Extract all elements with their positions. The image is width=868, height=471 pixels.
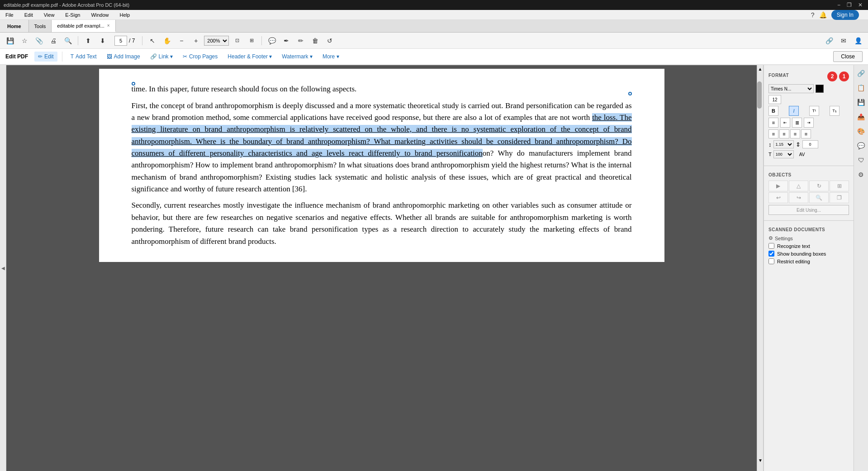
link-button[interactable]: 🔗 Link ▾ bbox=[147, 52, 176, 62]
edit-button[interactable]: ✏ Edit bbox=[34, 52, 57, 62]
delete-button[interactable]: 🗑 bbox=[309, 35, 322, 47]
restrict-editing-checkbox[interactable] bbox=[768, 258, 774, 264]
color-swatch[interactable] bbox=[816, 85, 824, 93]
right-icon-4[interactable]: 📤 bbox=[856, 111, 867, 122]
menu-file[interactable]: File bbox=[4, 11, 15, 19]
bullet-list-button[interactable]: ≡ bbox=[768, 118, 778, 128]
text-style-grid: B I T¹ T₁ bbox=[768, 106, 849, 116]
para-spacing-input[interactable] bbox=[802, 140, 818, 148]
restore-button[interactable]: ❐ bbox=[845, 2, 854, 8]
right-panel: FORMAT 2 1 Times N... B I bbox=[763, 65, 854, 471]
next-page-button[interactable]: ⬇ bbox=[96, 35, 109, 47]
right-icon-8[interactable]: ⚙ bbox=[856, 169, 867, 180]
show-bounding-boxes-label[interactable]: Show bounding boxes bbox=[777, 251, 826, 257]
align-left-button[interactable]: ≡ bbox=[768, 129, 778, 138]
menu-edit[interactable]: Edit bbox=[23, 11, 35, 19]
right-icon-7[interactable]: 🛡 bbox=[856, 155, 867, 166]
page-number-input[interactable] bbox=[114, 36, 127, 46]
scale-select[interactable]: 100 50 200 bbox=[773, 150, 794, 158]
selection-handle-br[interactable] bbox=[628, 92, 632, 95]
tab-active-file[interactable]: editable pdf exampl... × bbox=[52, 20, 115, 32]
indent-decrease-button[interactable]: ⇤ bbox=[780, 118, 790, 128]
line-spacing-select[interactable]: 1.15 1.0 1.5 2.0 bbox=[773, 140, 794, 148]
numbered-list-button[interactable]: ≣ bbox=[792, 118, 802, 128]
font-size-input[interactable] bbox=[768, 95, 781, 104]
menu-help[interactable]: Help bbox=[118, 11, 132, 19]
align-right-button[interactable]: ≡ bbox=[790, 129, 800, 138]
zoom-select[interactable]: 200% 150% 100% 75% bbox=[204, 36, 229, 46]
print-button[interactable]: 🖨 bbox=[47, 35, 60, 47]
selection-handle-tl[interactable] bbox=[132, 82, 135, 86]
right-icon-5[interactable]: 🎨 bbox=[856, 126, 867, 137]
scroll-up-button[interactable]: ▲ bbox=[757, 65, 763, 72]
highlight-button[interactable]: ✏ bbox=[294, 35, 307, 47]
scroll-bar[interactable]: ▲ ▼ bbox=[757, 65, 763, 471]
settings-button[interactable]: ⚙ Settings bbox=[768, 235, 849, 241]
edit-using-button[interactable]: Edit Using... bbox=[768, 205, 849, 215]
comment-button[interactable]: 💬 bbox=[266, 35, 278, 47]
divider-1 bbox=[764, 166, 854, 166]
separator-3 bbox=[261, 36, 262, 45]
bookmark-button[interactable]: ☆ bbox=[18, 35, 31, 47]
align-justify-button[interactable]: ≡ bbox=[801, 129, 811, 138]
menu-window[interactable]: Window bbox=[89, 11, 110, 19]
right-icon-2[interactable]: 📋 bbox=[856, 82, 867, 93]
superscript-button[interactable]: T¹ bbox=[809, 106, 819, 116]
align-center-button[interactable]: ≡ bbox=[779, 129, 789, 138]
font-name-select[interactable]: Times N... bbox=[768, 84, 814, 93]
header-footer-button[interactable]: Header & Footer ▾ bbox=[224, 52, 275, 62]
right-icon-3[interactable]: 💾 bbox=[856, 97, 867, 108]
notification-icon[interactable]: 🔔 bbox=[819, 11, 827, 19]
signin-button[interactable]: Sign In bbox=[831, 10, 859, 20]
help-icon[interactable]: ? bbox=[811, 11, 815, 19]
select-tool-button[interactable]: ↖ bbox=[146, 35, 159, 47]
edit-toolbar: Edit PDF ✏ Edit T Add Text 🖼 Add Image 🔗… bbox=[0, 49, 868, 65]
more-button[interactable]: More ▾ bbox=[319, 52, 343, 62]
italic-button[interactable]: I bbox=[789, 106, 799, 116]
crop-pages-button[interactable]: ✂ Crop Pages bbox=[179, 52, 221, 62]
tab-close-icon[interactable]: × bbox=[107, 23, 110, 28]
email-button[interactable]: ✉ bbox=[837, 35, 850, 47]
menu-esign[interactable]: E-Sign bbox=[63, 11, 82, 19]
search-button[interactable]: 🔍 bbox=[62, 35, 74, 47]
rotate-button[interactable]: ↺ bbox=[323, 35, 336, 47]
zoom-in-button[interactable]: + bbox=[190, 35, 202, 47]
tab-tools[interactable]: Tools bbox=[29, 20, 52, 32]
format-section: FORMAT 2 1 Times N... B I bbox=[764, 69, 854, 163]
share-button[interactable]: 🔗 bbox=[823, 35, 835, 47]
right-icon-6[interactable]: 💬 bbox=[856, 140, 867, 151]
close-button[interactable]: Close bbox=[833, 51, 863, 62]
fit-page-button[interactable]: ⊡ bbox=[231, 35, 243, 47]
watermark-button[interactable]: Watermark ▾ bbox=[278, 52, 316, 62]
right-icon-strip: 🔗 📋 💾 📤 🎨 💬 🛡 ⚙ bbox=[854, 65, 868, 471]
subscript-button[interactable]: T₁ bbox=[830, 106, 840, 116]
add-image-button[interactable]: 🖼 Add Image bbox=[103, 52, 144, 62]
show-bounding-boxes-checkbox[interactable] bbox=[768, 251, 774, 257]
zoom-out-button[interactable]: − bbox=[175, 35, 188, 47]
prev-page-button[interactable]: ⬆ bbox=[82, 35, 95, 47]
left-sidebar-arrow[interactable]: ◀ bbox=[1, 266, 5, 271]
badge-2: 2 bbox=[827, 71, 837, 81]
recognize-text-label[interactable]: Recognize text bbox=[777, 243, 810, 249]
indent-increase-button[interactable]: ⇥ bbox=[804, 118, 814, 128]
close-window-button[interactable]: ✕ bbox=[856, 2, 864, 8]
scroll-down-button[interactable]: ▼ bbox=[757, 457, 764, 464]
scroll-thumb[interactable] bbox=[757, 81, 762, 109]
pen-button[interactable]: ✒ bbox=[280, 35, 293, 47]
save-button[interactable]: 💾 bbox=[4, 35, 16, 47]
hand-tool-button[interactable]: ✋ bbox=[161, 35, 173, 47]
menu-view[interactable]: View bbox=[42, 11, 57, 19]
scanned-section: SCANNED DOCUMENTS ⚙ Settings Recognize t… bbox=[764, 224, 854, 269]
attach-button[interactable]: 📎 bbox=[33, 35, 45, 47]
add-text-button[interactable]: T Add Text bbox=[67, 52, 100, 62]
restrict-editing-label[interactable]: Restrict editing bbox=[777, 259, 810, 264]
scale-icon: T bbox=[768, 152, 772, 157]
right-icon-1[interactable]: 🔗 bbox=[856, 68, 867, 79]
bold-button[interactable]: B bbox=[768, 106, 778, 116]
line-spacing-row: ↕ 1.15 1.0 1.5 2.0 ⇕ bbox=[768, 140, 849, 148]
minimize-button[interactable]: − bbox=[835, 2, 842, 8]
account-button[interactable]: 👤 bbox=[852, 35, 864, 47]
recognize-text-checkbox[interactable] bbox=[768, 243, 774, 249]
tab-home[interactable]: Home bbox=[0, 20, 29, 32]
marquee-button[interactable]: ⊞ bbox=[245, 35, 258, 47]
